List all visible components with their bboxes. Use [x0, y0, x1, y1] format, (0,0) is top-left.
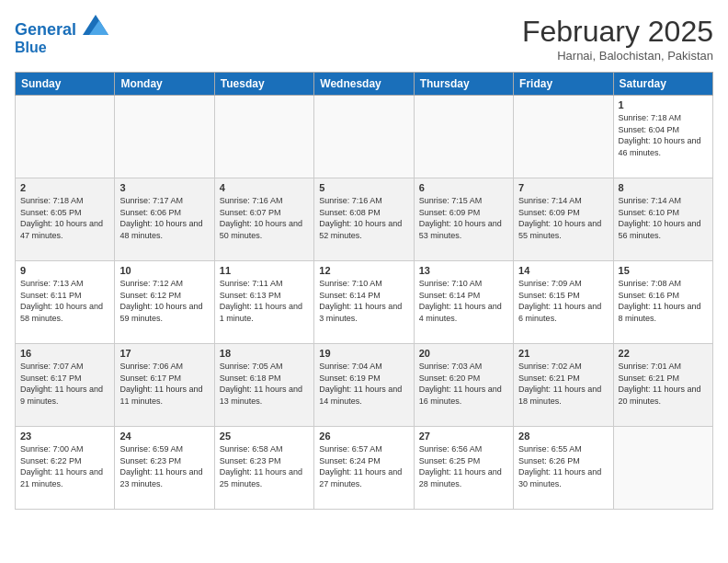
day-info: Sunrise: 6:59 AM Sunset: 6:23 PM Dayligh… [119, 443, 209, 489]
day-cell [214, 96, 313, 178]
weekday-header-friday: Friday [514, 73, 613, 96]
day-info: Sunrise: 7:04 AM Sunset: 6:19 PM Dayligh… [319, 361, 408, 407]
day-info: Sunrise: 6:58 AM Sunset: 6:23 PM Dayligh… [220, 443, 309, 489]
day-number: 3 [119, 182, 209, 193]
day-info: Sunrise: 7:09 AM Sunset: 6:15 PM Dayligh… [518, 278, 608, 324]
day-number: 21 [518, 348, 608, 359]
week-row-4: 16Sunrise: 7:07 AM Sunset: 6:17 PM Dayli… [16, 344, 713, 427]
day-info: Sunrise: 6:56 AM Sunset: 6:25 PM Dayligh… [419, 443, 508, 489]
day-cell [115, 96, 214, 178]
title-block: February 2025 Harnai, Balochistan, Pakis… [522, 15, 713, 63]
day-number: 4 [220, 182, 309, 193]
day-info: Sunrise: 7:00 AM Sunset: 6:22 PM Dayligh… [20, 443, 109, 489]
weekday-header-row: SundayMondayTuesdayWednesdayThursdayFrid… [16, 73, 713, 96]
day-cell [613, 427, 712, 510]
day-info: Sunrise: 6:57 AM Sunset: 6:24 PM Dayligh… [319, 443, 408, 489]
day-cell: 2Sunrise: 7:18 AM Sunset: 6:05 PM Daylig… [16, 178, 115, 261]
day-number: 17 [119, 348, 209, 359]
day-cell: 24Sunrise: 6:59 AM Sunset: 6:23 PM Dayli… [115, 427, 214, 510]
day-cell [514, 96, 613, 178]
day-number: 18 [220, 348, 309, 359]
day-cell: 27Sunrise: 6:56 AM Sunset: 6:25 PM Dayli… [414, 427, 513, 510]
day-number: 23 [20, 431, 109, 442]
day-cell: 11Sunrise: 7:11 AM Sunset: 6:13 PM Dayli… [214, 261, 313, 344]
day-number: 8 [619, 182, 708, 193]
day-info: Sunrise: 7:18 AM Sunset: 6:04 PM Dayligh… [619, 112, 708, 158]
day-cell: 9Sunrise: 7:13 AM Sunset: 6:11 PM Daylig… [16, 261, 115, 344]
day-cell: 4Sunrise: 7:16 AM Sunset: 6:07 PM Daylig… [214, 178, 313, 261]
weekday-header-thursday: Thursday [414, 73, 513, 96]
day-number: 25 [220, 431, 309, 442]
week-row-1: 1Sunrise: 7:18 AM Sunset: 6:04 PM Daylig… [16, 96, 713, 178]
day-cell: 22Sunrise: 7:01 AM Sunset: 6:21 PM Dayli… [613, 344, 712, 427]
day-info: Sunrise: 7:14 AM Sunset: 6:09 PM Dayligh… [518, 195, 608, 241]
day-cell: 8Sunrise: 7:14 AM Sunset: 6:10 PM Daylig… [613, 178, 712, 261]
weekday-header-sunday: Sunday [16, 73, 115, 96]
day-number: 1 [619, 99, 708, 110]
logo: General Blue [15, 15, 108, 55]
day-number: 16 [20, 348, 109, 359]
logo-blue: Blue [15, 40, 108, 56]
day-number: 26 [319, 431, 408, 442]
day-cell: 21Sunrise: 7:02 AM Sunset: 6:21 PM Dayli… [514, 344, 613, 427]
day-number: 28 [518, 431, 608, 442]
day-cell: 26Sunrise: 6:57 AM Sunset: 6:24 PM Dayli… [314, 427, 414, 510]
day-cell: 18Sunrise: 7:05 AM Sunset: 6:18 PM Dayli… [214, 344, 313, 427]
day-number: 5 [319, 182, 408, 193]
day-info: Sunrise: 7:16 AM Sunset: 6:08 PM Dayligh… [319, 195, 408, 241]
day-number: 9 [20, 265, 109, 276]
day-number: 14 [518, 265, 608, 276]
day-number: 22 [619, 348, 708, 359]
day-cell: 15Sunrise: 7:08 AM Sunset: 6:16 PM Dayli… [613, 261, 712, 344]
day-info: Sunrise: 7:18 AM Sunset: 6:05 PM Dayligh… [20, 195, 109, 241]
day-number: 15 [619, 265, 708, 276]
week-row-2: 2Sunrise: 7:18 AM Sunset: 6:05 PM Daylig… [16, 178, 713, 261]
day-number: 10 [119, 265, 209, 276]
weekday-header-tuesday: Tuesday [214, 73, 313, 96]
weekday-header-saturday: Saturday [613, 73, 712, 96]
day-number: 6 [419, 182, 508, 193]
day-info: Sunrise: 7:08 AM Sunset: 6:16 PM Dayligh… [619, 278, 708, 324]
day-cell: 13Sunrise: 7:10 AM Sunset: 6:14 PM Dayli… [414, 261, 513, 344]
location: Harnai, Balochistan, Pakistan [522, 49, 713, 63]
weekday-header-wednesday: Wednesday [314, 73, 414, 96]
day-cell: 19Sunrise: 7:04 AM Sunset: 6:19 PM Dayli… [314, 344, 414, 427]
day-number: 27 [419, 431, 508, 442]
page-header: General Blue February 2025 Harnai, Baloc… [15, 15, 713, 63]
day-info: Sunrise: 7:14 AM Sunset: 6:10 PM Dayligh… [619, 195, 708, 241]
day-cell: 20Sunrise: 7:03 AM Sunset: 6:20 PM Dayli… [414, 344, 513, 427]
day-number: 2 [20, 182, 109, 193]
day-info: Sunrise: 7:13 AM Sunset: 6:11 PM Dayligh… [20, 278, 109, 324]
day-cell [414, 96, 513, 178]
week-row-3: 9Sunrise: 7:13 AM Sunset: 6:11 PM Daylig… [16, 261, 713, 344]
day-cell: 16Sunrise: 7:07 AM Sunset: 6:17 PM Dayli… [16, 344, 115, 427]
month-title: February 2025 [522, 15, 713, 49]
day-info: Sunrise: 7:03 AM Sunset: 6:20 PM Dayligh… [419, 361, 508, 407]
day-cell: 7Sunrise: 7:14 AM Sunset: 6:09 PM Daylig… [514, 178, 613, 261]
day-cell: 28Sunrise: 6:55 AM Sunset: 6:26 PM Dayli… [514, 427, 613, 510]
day-number: 11 [220, 265, 309, 276]
day-cell: 1Sunrise: 7:18 AM Sunset: 6:04 PM Daylig… [613, 96, 712, 178]
day-number: 24 [119, 431, 209, 442]
calendar: SundayMondayTuesdayWednesdayThursdayFrid… [15, 72, 713, 510]
logo-text: General [15, 15, 108, 40]
logo-icon [83, 15, 108, 35]
weekday-header-monday: Monday [115, 73, 214, 96]
day-info: Sunrise: 7:05 AM Sunset: 6:18 PM Dayligh… [220, 361, 309, 407]
day-info: Sunrise: 7:01 AM Sunset: 6:21 PM Dayligh… [619, 361, 708, 407]
day-cell: 25Sunrise: 6:58 AM Sunset: 6:23 PM Dayli… [214, 427, 313, 510]
day-cell [314, 96, 414, 178]
day-number: 12 [319, 265, 408, 276]
day-number: 19 [319, 348, 408, 359]
day-cell: 5Sunrise: 7:16 AM Sunset: 6:08 PM Daylig… [314, 178, 414, 261]
day-cell: 3Sunrise: 7:17 AM Sunset: 6:06 PM Daylig… [115, 178, 214, 261]
day-info: Sunrise: 7:17 AM Sunset: 6:06 PM Dayligh… [119, 195, 209, 241]
day-info: Sunrise: 7:12 AM Sunset: 6:12 PM Dayligh… [119, 278, 209, 324]
day-cell: 17Sunrise: 7:06 AM Sunset: 6:17 PM Dayli… [115, 344, 214, 427]
day-cell: 12Sunrise: 7:10 AM Sunset: 6:14 PM Dayli… [314, 261, 414, 344]
day-info: Sunrise: 7:10 AM Sunset: 6:14 PM Dayligh… [319, 278, 408, 324]
day-number: 13 [419, 265, 508, 276]
day-info: Sunrise: 7:16 AM Sunset: 6:07 PM Dayligh… [220, 195, 309, 241]
day-cell: 10Sunrise: 7:12 AM Sunset: 6:12 PM Dayli… [115, 261, 214, 344]
week-row-5: 23Sunrise: 7:00 AM Sunset: 6:22 PM Dayli… [16, 427, 713, 510]
